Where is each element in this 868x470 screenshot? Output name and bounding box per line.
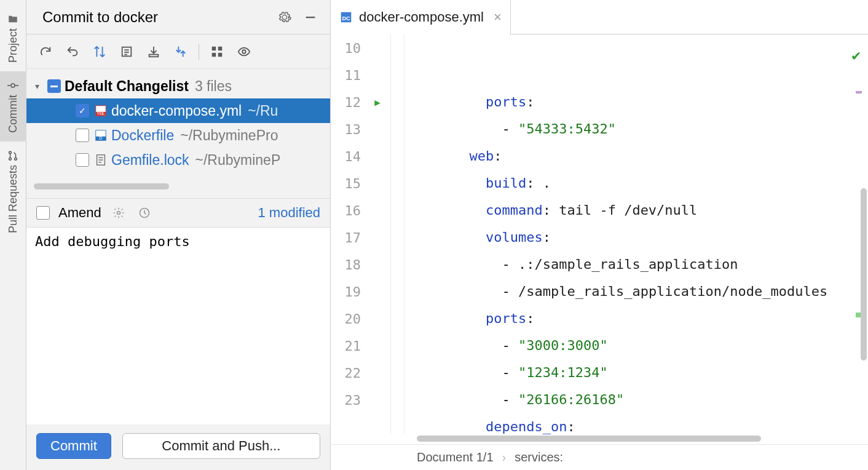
- file-checkbox[interactable]: ✓: [76, 104, 89, 118]
- gutter-line[interactable]: 20: [331, 305, 404, 332]
- file-row[interactable]: ✓YMLdocker-compose.yml~/Ru: [26, 98, 330, 123]
- gutter-line[interactable]: 16: [331, 197, 404, 224]
- close-icon[interactable]: ×: [494, 9, 502, 25]
- code-line[interactable]: - "1234:1234": [420, 359, 868, 386]
- file-checkbox[interactable]: [76, 153, 89, 167]
- changes-horizontal-scrollbar[interactable]: [34, 183, 323, 192]
- svg-rect-12: [212, 46, 216, 50]
- svg-rect-14: [212, 52, 216, 56]
- changelist-checkbox[interactable]: [47, 79, 61, 93]
- rollback-icon[interactable]: [61, 40, 84, 63]
- commit-icon: [7, 80, 18, 91]
- code-line[interactable]: ports:: [420, 89, 868, 116]
- file-type-icon: YML: [94, 104, 108, 118]
- svg-rect-15: [218, 52, 222, 56]
- gutter-line[interactable]: 18: [331, 251, 404, 278]
- marker-stripe[interactable]: [856, 91, 862, 94]
- code-line[interactable]: - "3000:3000": [420, 332, 868, 359]
- gutter-line[interactable]: 21: [331, 332, 404, 359]
- svg-text:YML: YML: [97, 111, 105, 116]
- gutter-line[interactable]: 19: [331, 278, 404, 305]
- code-line[interactable]: - "26166:26168": [420, 386, 868, 413]
- file-row[interactable]: DDockerfile~/RubyminePro: [26, 123, 330, 148]
- gutter-line[interactable]: 17: [331, 224, 404, 251]
- svg-rect-6: [306, 17, 315, 18]
- rail-project[interactable]: Project: [7, 5, 20, 71]
- commit-options-gear-icon[interactable]: [110, 204, 127, 221]
- breadcrumb-doc: Document 1/1: [417, 450, 494, 464]
- changelist-row[interactable]: ▾ Default Changelist 3 files: [26, 74, 330, 98]
- yaml-file-icon: DC: [339, 10, 353, 24]
- svg-point-0: [11, 84, 15, 87]
- code-line[interactable]: depends_on:: [420, 413, 868, 434]
- editor-gutter[interactable]: 101112▶1314151617181920212223: [331, 34, 404, 434]
- editor-horizontal-scrollbar[interactable]: [417, 434, 859, 443]
- shelve-icon[interactable]: [142, 40, 165, 63]
- gutter-line[interactable]: 10: [331, 34, 404, 62]
- gutter-line[interactable]: 11: [331, 62, 404, 89]
- editor-vertical-scrollbar[interactable]: [861, 188, 867, 360]
- gutter-line[interactable]: 15: [331, 170, 404, 197]
- changelist-icon[interactable]: [115, 40, 138, 63]
- gutter-line[interactable]: 12▶: [331, 89, 404, 116]
- gear-icon[interactable]: [276, 9, 293, 26]
- toolbar-separator: [199, 44, 199, 60]
- commit-button[interactable]: Commit: [36, 433, 111, 459]
- code-area[interactable]: ports: - "54333:5432" web: build: . comm…: [404, 34, 868, 434]
- breadcrumb-separator-icon: ›: [502, 450, 507, 464]
- diff-icon[interactable]: [88, 40, 111, 63]
- file-path: ~/RubymineP: [195, 152, 281, 169]
- code-line[interactable]: build: .: [420, 170, 868, 197]
- chevron-down-icon[interactable]: ▾: [35, 81, 47, 91]
- unshelve-icon[interactable]: [169, 40, 192, 63]
- run-gutter-icon[interactable]: ▶: [374, 97, 381, 108]
- code-line[interactable]: ports:: [420, 305, 868, 332]
- inspection-ok-icon[interactable]: ✔: [852, 42, 861, 69]
- amend-label: Amend: [58, 205, 101, 221]
- code-line[interactable]: web:: [420, 143, 868, 170]
- changelist-count: 3 files: [195, 78, 232, 95]
- file-name: Gemfile.lock: [111, 152, 189, 169]
- gutter-line[interactable]: 13: [331, 116, 404, 143]
- view-options-icon[interactable]: [232, 40, 256, 63]
- code-line[interactable]: - "54333:5432": [420, 116, 868, 143]
- file-type-icon: [94, 153, 108, 167]
- amend-checkbox[interactable]: [36, 206, 50, 220]
- svg-point-16: [242, 50, 246, 54]
- commit-tool-window: Commit to docker ▾ Default Changelist 3 …: [26, 0, 331, 470]
- changelist-name: Default Changelist: [65, 78, 189, 95]
- svg-point-27: [117, 212, 120, 215]
- commit-message-input[interactable]: [26, 228, 330, 424]
- amend-row: Amend 1 modified: [26, 198, 330, 228]
- commit-actions: Commit Commit and Push...: [26, 424, 330, 470]
- tab-docker-compose[interactable]: DC docker-compose.yml ×: [331, 0, 511, 34]
- tab-label: docker-compose.yml: [359, 9, 484, 25]
- modified-count-link[interactable]: 1 modified: [258, 205, 320, 221]
- file-row[interactable]: Gemfile.lock~/RubymineP: [26, 148, 330, 172]
- minimize-icon[interactable]: [302, 9, 319, 26]
- gutter-line[interactable]: 22: [331, 359, 404, 386]
- svg-rect-11: [149, 54, 159, 57]
- file-checkbox[interactable]: [76, 129, 89, 142]
- file-name: docker-compose.yml: [111, 103, 242, 119]
- gutter-line[interactable]: 23: [331, 386, 404, 413]
- code-line[interactable]: - /sample_rails_application/node_modules: [420, 278, 868, 305]
- code-line[interactable]: command: tail -f /dev/null: [420, 197, 868, 224]
- breadcrumb-path: services:: [515, 450, 563, 464]
- left-tool-rail: Project Commit Pull Requests: [0, 0, 26, 470]
- rail-commit[interactable]: Commit: [0, 71, 26, 141]
- refresh-icon[interactable]: [34, 40, 57, 63]
- commit-history-icon[interactable]: [136, 204, 153, 221]
- rail-pull-requests[interactable]: Pull Requests: [7, 141, 20, 242]
- editor-pane: DC docker-compose.yml × 101112▶131415161…: [331, 0, 868, 470]
- rail-commit-label: Commit: [7, 95, 20, 133]
- group-by-icon[interactable]: [205, 40, 229, 63]
- breadcrumb[interactable]: Document 1/1 › services:: [331, 444, 868, 470]
- svg-point-3: [9, 151, 12, 154]
- svg-rect-13: [218, 46, 222, 50]
- file-path: ~/RubyminePro: [180, 127, 278, 144]
- code-line[interactable]: - .:/sample_rails_application: [420, 251, 868, 278]
- commit-and-push-button[interactable]: Commit and Push...: [122, 433, 320, 459]
- code-line[interactable]: volumes:: [420, 224, 868, 251]
- gutter-line[interactable]: 14: [331, 143, 404, 170]
